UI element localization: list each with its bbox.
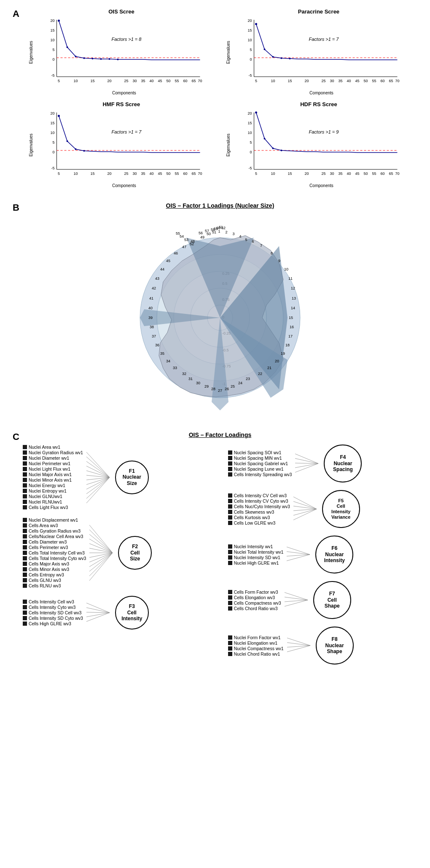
svg-text:5: 5 (52, 140, 54, 145)
factor-circle-f7: F7CellShape (313, 581, 351, 619)
svg-text:50: 50 (166, 79, 170, 83)
svg-text:65: 65 (191, 79, 196, 83)
svg-text:70: 70 (198, 171, 202, 176)
svg-text:15: 15 (90, 79, 94, 83)
svg-text:31: 31 (188, 377, 193, 381)
svg-point-11 (75, 56, 76, 57)
factor-item: Cells High GLRE wv3 (23, 621, 83, 626)
svg-text:12: 12 (291, 286, 295, 290)
factor-item: Nuclei Form Factor wv1 (228, 635, 284, 640)
factor-circle-f1: F1NuclearSize (115, 461, 149, 494)
factor-item: Nuclei Displacement wv1 (23, 517, 86, 522)
factor-group-f5: Cells Intensity CV Cell wv3 Cells Intens… (228, 490, 417, 528)
factor-item: Cells Chord Ratio wv3 (228, 606, 281, 611)
connector-f1 (86, 450, 112, 505)
factor-item: Cells Intensity SD Cyto wv3 (23, 616, 83, 621)
scree-svg-paracrine: 20 15 10 5 0 -5 (231, 16, 411, 89)
svg-text:10: 10 (50, 131, 54, 135)
svg-text:-5: -5 (51, 166, 54, 170)
factor-right-column: Nuclei Spacing SOI wv1 Nuclei Spacing MI… (228, 445, 417, 664)
svg-line-229 (295, 458, 318, 463)
factor-items-f1: Nuclei Area wv1 Nuclei Gyration Radius w… (23, 445, 83, 510)
svg-text:29: 29 (204, 384, 209, 388)
x-label-paracrine: Components (231, 91, 411, 95)
svg-text:45: 45 (158, 171, 162, 176)
factor-items-f5: Cells Intensity CV Cell wv3 Cells Intens… (228, 493, 290, 525)
y-label-hmf: Eigenvalues (29, 134, 33, 156)
svg-text:20: 20 (304, 79, 309, 83)
svg-text:20: 20 (50, 111, 54, 115)
svg-line-230 (295, 463, 318, 463)
factor-group-f3: Cells Intensity Cell wv3 Cells Intensity… (23, 596, 212, 630)
svg-line-247 (287, 638, 310, 646)
factor-item: Nuclei Spacing SOI wv1 (228, 450, 292, 455)
svg-text:0: 0 (250, 150, 252, 154)
y-label-paracrine: Eigenvalues (226, 41, 231, 64)
svg-text:6: 6 (252, 239, 254, 244)
svg-text:55: 55 (372, 171, 376, 176)
svg-line-214 (89, 544, 113, 553)
factor-item: Cells Form Factor wv3 (228, 589, 281, 595)
svg-text:16: 16 (290, 325, 294, 329)
section-c-label: C (13, 431, 19, 442)
connector-f8 (287, 636, 312, 655)
factor-item: Cells Elongation wv3 (228, 595, 281, 600)
svg-text:30: 30 (132, 79, 137, 83)
svg-text:55: 55 (175, 171, 179, 176)
svg-text:Factors >1 = 7: Factors >1 = 7 (111, 129, 142, 134)
x-label-hdf: Components (231, 183, 411, 188)
factor-item: Cells Intensity CV Cell wv3 (228, 493, 290, 498)
svg-text:35: 35 (141, 171, 145, 176)
factor-item: Nuclei Major Axis wv1 (23, 472, 83, 477)
svg-line-232 (295, 463, 318, 472)
svg-point-14 (100, 58, 102, 60)
scree-title-paracrine: Paracrine Scree (226, 8, 411, 15)
factor-items-f8: Nuclei Form Factor wv1 Nuclei Elongation… (228, 635, 284, 656)
svg-line-209 (86, 477, 110, 503)
svg-text:20: 20 (50, 19, 54, 23)
svg-text:52: 52 (190, 242, 194, 246)
svg-text:5: 5 (58, 171, 60, 176)
svg-text:35: 35 (160, 351, 164, 356)
svg-text:15: 15 (50, 121, 54, 125)
svg-text:70: 70 (395, 79, 399, 83)
svg-text:30: 30 (330, 171, 334, 176)
svg-text:47: 47 (182, 245, 186, 249)
svg-text:35: 35 (141, 79, 145, 83)
svg-text:24: 24 (238, 381, 242, 385)
connector-f2 (89, 523, 115, 583)
svg-text:33: 33 (173, 366, 177, 370)
svg-text:2: 2 (225, 230, 227, 234)
factor-item: Cells Kurtosis wv3 (228, 515, 290, 520)
svg-line-243 (285, 592, 308, 600)
factor-circle-f8: F8NuclearShape (316, 627, 354, 664)
svg-line-222 (89, 553, 113, 581)
svg-text:65: 65 (191, 171, 196, 176)
svg-line-233 (293, 497, 317, 509)
svg-text:-5: -5 (248, 73, 252, 78)
factor-item: Cells Minor Axis wv3 (23, 567, 86, 572)
svg-text:Factors >1 = 8: Factors >1 = 8 (111, 37, 142, 42)
svg-text:10: 10 (271, 171, 275, 176)
factor-item: Cells GLNU wv3 (23, 578, 86, 583)
svg-line-221 (89, 553, 113, 576)
svg-text:0: 0 (52, 150, 54, 154)
svg-text:60: 60 (380, 171, 384, 176)
svg-text:Factors >1 = 9: Factors >1 = 9 (309, 129, 339, 134)
svg-text:20: 20 (107, 79, 111, 83)
factor-left-column: Nuclei Area wv1 Nuclei Gyration Radius w… (23, 445, 212, 664)
svg-text:10: 10 (247, 38, 252, 42)
svg-text:15: 15 (247, 28, 252, 32)
svg-text:10: 10 (284, 267, 288, 271)
svg-text:45: 45 (355, 171, 359, 176)
svg-text:50: 50 (166, 171, 170, 176)
svg-text:56: 56 (199, 231, 203, 235)
scree-title-hdf: HDF RS Scree (226, 101, 411, 107)
svg-text:60: 60 (380, 79, 384, 83)
section-b-label: B (13, 202, 19, 213)
svg-text:5: 5 (245, 238, 247, 242)
factor-group-f6: Nuclei Intensity wv1 Nuclei Total Intens… (228, 536, 417, 573)
svg-line-208 (86, 477, 110, 498)
factor-item: Nuclei Diameter wv1 (23, 455, 83, 461)
svg-line-198 (86, 452, 110, 477)
